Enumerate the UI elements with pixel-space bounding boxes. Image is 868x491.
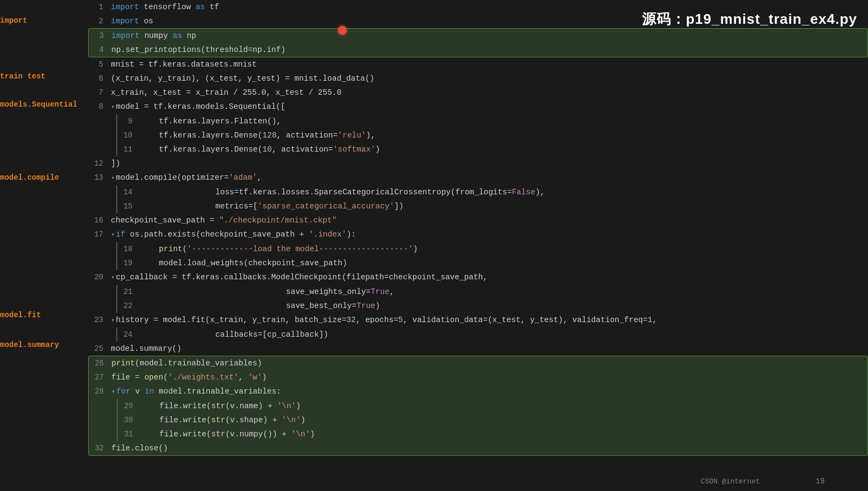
code-line-27: 27 file = open('./weights.txt', 'w') bbox=[89, 370, 867, 384]
code-line-10: 10 tf.keras.layers.Dense(128, activation… bbox=[117, 128, 868, 142]
red-dot-indicator bbox=[338, 26, 347, 35]
line-content-19: model.load_weights(checkpoint_save_path) bbox=[139, 256, 868, 270]
line-num-29: 29 bbox=[118, 399, 140, 413]
sidebar-label-models-sequential: models.Sequential bbox=[0, 100, 77, 109]
highlight-block-bottom: 26 print(model.trainable_variables) 27 f… bbox=[88, 356, 868, 456]
code-line-12: 12 ]) bbox=[88, 156, 868, 171]
line-num-19: 19 bbox=[117, 256, 139, 270]
line-content-27: file = open('./weights.txt', 'w') bbox=[110, 370, 867, 384]
code-line-24: 24 callbacks=[cp_callback]) bbox=[117, 328, 868, 342]
line-num-8: 8 bbox=[88, 100, 110, 114]
code-line-28: 28 ▾for v in model.trainable_variables: bbox=[89, 384, 867, 399]
line-num-25: 25 bbox=[88, 342, 110, 356]
line-num-3: 3 bbox=[89, 29, 110, 43]
line-content-32: file.close() bbox=[110, 441, 867, 455]
line-content-14: loss=tf.keras.losses.SparseCategoricalCr… bbox=[139, 185, 868, 199]
csdn-tag: CSDN @internet bbox=[701, 477, 760, 486]
line-num-7: 7 bbox=[88, 86, 110, 100]
line-num-1: 1 bbox=[88, 0, 110, 14]
code-line-23: 23 ▾history = model.fit(x_train, y_train… bbox=[88, 313, 868, 328]
block-if: 18 print('-------------load the model---… bbox=[116, 242, 868, 270]
line-content-29: file.write(str(v.name) + '\n') bbox=[140, 399, 867, 413]
sidebar-label-model-fit: model.fit bbox=[0, 311, 41, 319]
code-line-13: 13 ▾model.compile(optimizer='adam', bbox=[88, 171, 868, 185]
line-content-12: ]) bbox=[110, 156, 868, 171]
code-line-22: 22 save_best_only=True) bbox=[117, 299, 868, 313]
sidebar-label-model-compile: model.compile bbox=[0, 173, 59, 182]
line-content-7: x_train, x_test = x_train / 255.0, x_tes… bbox=[110, 86, 868, 100]
line-num-21: 21 bbox=[117, 285, 139, 299]
line-num-32: 32 bbox=[89, 441, 110, 455]
code-line-21: 21 save_weights_only=True, bbox=[117, 285, 868, 299]
code-line-6: 6 (x_train, y_train), (x_test, y_test) =… bbox=[88, 71, 868, 86]
code-line-11: 11 tf.keras.layers.Dense(10, activation=… bbox=[117, 142, 868, 156]
line-num-18: 18 bbox=[117, 242, 139, 256]
code-line-15: 15 metrics=['sparse_categorical_accuracy… bbox=[117, 199, 868, 213]
line-content-23: ▾history = model.fit(x_train, y_train, b… bbox=[110, 313, 868, 328]
line-content-11: tf.keras.layers.Dense(10, activation='so… bbox=[139, 142, 868, 156]
line-num-2: 2 bbox=[88, 14, 110, 28]
code-line-8: 8 ▾model = tf.keras.models.Sequential([ bbox=[88, 100, 868, 114]
watermark: 源码：p19_mnist_train_ex4.py bbox=[642, 10, 857, 29]
line-content-21: save_weights_only=True, bbox=[139, 285, 868, 299]
code-line-20: 20 ▾cp_callback = tf.keras.callbacks.Mod… bbox=[88, 270, 868, 285]
code-line-30: 30 file.write(str(v.shape) + '\n') bbox=[118, 413, 867, 427]
line-content-22: save_best_only=True) bbox=[139, 299, 868, 313]
line-content-17: ▾if os.path.exists(checkpoint_save_path … bbox=[110, 227, 868, 242]
line-content-28: ▾for v in model.trainable_variables: bbox=[110, 384, 867, 399]
line-num-4: 4 bbox=[89, 43, 110, 57]
code-line-31: 31 file.write(str(v.numpy()) + '\n') bbox=[118, 427, 867, 441]
sidebar: import train test models.Sequential mode… bbox=[0, 0, 88, 491]
line-num-24: 24 bbox=[117, 328, 139, 342]
line-num-17: 17 bbox=[88, 227, 110, 241]
line-content-4: np.set_printoptions(threshold=np.inf) bbox=[110, 43, 867, 57]
block-callback: 21 save_weights_only=True, 22 save_best_… bbox=[116, 285, 868, 313]
code-line-29: 29 file.write(str(v.name) + '\n') bbox=[118, 399, 867, 413]
line-content-9: tf.keras.layers.Flatten(), bbox=[139, 114, 868, 128]
line-content-3: import numpy as np bbox=[110, 29, 867, 43]
code-line-14: 14 loss=tf.keras.losses.SparseCategorica… bbox=[117, 185, 868, 199]
block-for: 29 file.write(str(v.name) + '\n') 30 fil… bbox=[117, 399, 867, 441]
line-num-27: 27 bbox=[89, 370, 110, 384]
code-line-7: 7 x_train, x_test = x_train / 255.0, x_t… bbox=[88, 86, 868, 100]
line-num-12: 12 bbox=[88, 156, 110, 171]
code-line-17: 17 ▾if os.path.exists(checkpoint_save_pa… bbox=[88, 227, 868, 242]
line-content-25: model.summary() bbox=[110, 342, 868, 356]
line-num-22: 22 bbox=[117, 299, 139, 313]
page-number: 19 bbox=[816, 477, 825, 486]
sidebar-label-train-test: train test bbox=[0, 72, 45, 81]
line-num-26: 26 bbox=[89, 356, 110, 370]
line-num-16: 16 bbox=[88, 213, 110, 227]
block-compile: 14 loss=tf.keras.losses.SparseCategorica… bbox=[116, 185, 868, 213]
line-num-10: 10 bbox=[117, 128, 139, 142]
main-container: import train test models.Sequential mode… bbox=[0, 0, 868, 491]
line-content-8: ▾model = tf.keras.models.Sequential([ bbox=[110, 100, 868, 114]
line-num-23: 23 bbox=[88, 313, 110, 327]
line-content-31: file.write(str(v.numpy()) + '\n') bbox=[140, 427, 867, 441]
line-content-5: mnist = tf.keras.datasets.mnist bbox=[110, 57, 868, 71]
code-line-4: 4 np.set_printoptions(threshold=np.inf) bbox=[89, 43, 867, 57]
line-content-18: print('-------------load the model------… bbox=[139, 242, 868, 256]
line-content-6: (x_train, y_train), (x_test, y_test) = m… bbox=[110, 71, 868, 86]
line-content-16: checkpoint_save_path = "./checkpoint/mni… bbox=[110, 213, 868, 227]
code-line-18: 18 print('-------------load the model---… bbox=[117, 242, 868, 256]
sidebar-label-import: import bbox=[0, 16, 27, 25]
line-num-5: 5 bbox=[88, 57, 110, 71]
line-content-10: tf.keras.layers.Dense(128, activation='r… bbox=[139, 128, 868, 142]
line-num-6: 6 bbox=[88, 71, 110, 86]
line-num-9: 9 bbox=[117, 114, 139, 128]
line-content-24: callbacks=[cp_callback]) bbox=[139, 328, 868, 342]
code-line-26: 26 print(model.trainable_variables) bbox=[89, 356, 867, 370]
code-line-3: 3 import numpy as np bbox=[89, 29, 867, 43]
line-content-20: ▾cp_callback = tf.keras.callbacks.ModelC… bbox=[110, 270, 868, 285]
line-content-13: ▾model.compile(optimizer='adam', bbox=[110, 171, 868, 185]
code-area: 1 import tensorflow as tf 2 import os 3 … bbox=[88, 0, 868, 491]
code-line-19: 19 model.load_weights(checkpoint_save_pa… bbox=[117, 256, 868, 270]
line-num-20: 20 bbox=[88, 270, 110, 284]
line-num-30: 30 bbox=[118, 413, 140, 427]
code-line-25: 25 model.summary() bbox=[88, 342, 868, 356]
code-line-5: 5 mnist = tf.keras.datasets.mnist bbox=[88, 57, 868, 71]
line-content-30: file.write(str(v.shape) + '\n') bbox=[140, 413, 867, 427]
line-num-15: 15 bbox=[117, 199, 139, 213]
code-line-16: 16 checkpoint_save_path = "./checkpoint/… bbox=[88, 213, 868, 227]
